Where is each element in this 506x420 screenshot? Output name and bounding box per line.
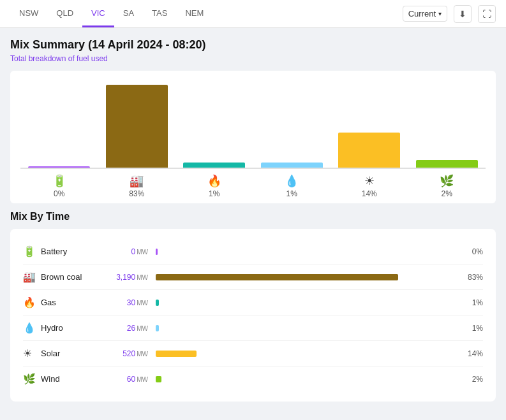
bar-solar: [338, 133, 400, 168]
current-label: Current: [408, 9, 436, 18]
mix-bar-brown-coal: [156, 274, 398, 280]
nav-tab-qld[interactable]: QLD: [47, 1, 82, 27]
mix-bar-container-hydro: [156, 323, 454, 333]
current-dropdown[interactable]: Current ▾: [403, 6, 447, 22]
mix-pct-solar: 14%: [454, 349, 483, 358]
bar-pct-brown-coal: 83%: [129, 189, 144, 198]
mix-label-battery: Battery: [41, 247, 105, 256]
mix-bar-container-battery: [156, 247, 454, 257]
subtitle-prefix: Total breakdown of: [10, 54, 77, 63]
mix-bar-container-brown-coal: [156, 272, 454, 282]
mix-row-battery: 🔋Battery0MW0%: [23, 239, 483, 264]
mix-label-wind: Wind: [41, 374, 105, 384]
bar-icon-brown-coal: 🏭: [130, 174, 144, 188]
mix-bar-solar: [156, 351, 197, 357]
bar-pct-battery: 0%: [54, 189, 64, 198]
bar-col-gas: [175, 163, 253, 168]
mix-pct-hydro: 1%: [454, 324, 483, 333]
bar-pct-gas: 1%: [209, 189, 220, 198]
mix-bar-container-wind: [156, 374, 454, 384]
subtitle: Total breakdown of fuel used: [10, 54, 496, 63]
bar-col-solar: [331, 133, 408, 168]
nav-tab-nem[interactable]: NEM: [176, 1, 212, 27]
bar-label-hydro: 💧1%: [253, 174, 331, 198]
mix-pct-gas: 1%: [454, 298, 483, 307]
bar-pct-hydro: 1%: [286, 189, 297, 198]
mix-icon-gas: 🔥: [23, 296, 41, 308]
bar-gas: [183, 163, 245, 168]
nav-tab-tas[interactable]: TAS: [143, 1, 176, 27]
mix-label-hydro: Hydro: [41, 323, 105, 333]
bar-icon-solar: ☀: [364, 174, 375, 188]
download-icon: ⬇: [459, 9, 466, 19]
top-nav: NSWQLDVICSATASNEM Current ▾ ⬇ ⛶: [0, 0, 506, 28]
bar-pct-wind: 2%: [442, 189, 452, 198]
mix-mw-solar: 520MW: [105, 349, 156, 358]
bar-label-gas: 🔥1%: [175, 174, 253, 198]
nav-tab-vic[interactable]: VIC: [82, 1, 114, 27]
mix-label-brown-coal: Brown coal: [41, 272, 105, 282]
expand-button[interactable]: ⛶: [478, 5, 496, 23]
mix-bar-container-solar: [156, 349, 454, 359]
mix-mw-battery: 0MW: [105, 247, 156, 256]
bar-labels: 🔋0%🏭83%🔥1%💧1%☀14%🌿2%: [20, 168, 486, 203]
mix-mw-gas: 30MW: [105, 298, 156, 307]
bar-wind: [416, 160, 478, 168]
bar-col-battery: [20, 166, 98, 168]
nav-tab-nsw[interactable]: NSW: [10, 1, 47, 27]
bar-chart-area: 🔋0%🏭83%🔥1%💧1%☀14%🌿2%: [10, 71, 496, 203]
mix-mw-wind: 60MW: [105, 375, 156, 384]
expand-icon: ⛶: [482, 9, 491, 19]
bar-col-wind: [408, 160, 486, 168]
mix-label-solar: Solar: [41, 349, 105, 358]
bar-pct-solar: 14%: [362, 189, 377, 198]
mix-bar-container-gas: [156, 298, 454, 308]
mix-pct-wind: 2%: [454, 375, 483, 384]
mix-card: 🔋Battery0MW0%🏭Brown coal3,190MW83%🔥Gas30…: [10, 229, 496, 402]
nav-tabs: NSWQLDVICSATASNEM: [10, 1, 212, 27]
mix-icon-solar: ☀: [23, 347, 41, 359]
bar-icon-battery: 🔋: [52, 174, 66, 188]
main-content: Mix Summary (14 April 2024 - 08:20) Tota…: [0, 28, 506, 412]
bar-label-solar: ☀14%: [331, 174, 408, 198]
mix-bar-gas: [156, 300, 159, 306]
mix-bar-wind: [156, 376, 161, 382]
chevron-down-icon: ▾: [438, 10, 442, 17]
bar-icon-gas: 🔥: [207, 174, 221, 188]
mix-pct-battery: 0%: [454, 247, 483, 256]
mix-row-hydro: 💧Hydro26MW1%: [23, 315, 483, 341]
mix-row-gas: 🔥Gas30MW1%: [23, 290, 483, 315]
mix-icon-brown-coal: 🏭: [23, 271, 41, 283]
section-title: Mix By Time: [10, 211, 496, 222]
mix-mw-brown-coal: 3,190MW: [105, 273, 156, 282]
mix-bar-battery: [156, 249, 158, 255]
mix-row-solar: ☀Solar520MW14%: [23, 341, 483, 366]
mix-label-gas: Gas: [41, 298, 105, 307]
mix-row-wind: 🌿Wind60MW2%: [23, 366, 483, 391]
nav-tab-sa[interactable]: SA: [114, 1, 143, 27]
bar-col-hydro: [253, 163, 331, 168]
mix-row-brown-coal: 🏭Brown coal3,190MW83%: [23, 264, 483, 290]
bar-col-brown-coal: [98, 85, 176, 168]
page-title: Mix Summary (14 April 2024 - 08:20): [10, 38, 496, 52]
bar-icon-hydro: 💧: [285, 174, 299, 188]
bar-chart: [20, 78, 486, 168]
bar-label-battery: 🔋0%: [20, 174, 98, 198]
bar-label-wind: 🌿2%: [408, 174, 486, 198]
bar-icon-wind: 🌿: [440, 174, 454, 188]
page: NSWQLDVICSATASNEM Current ▾ ⬇ ⛶ Mix Summ…: [0, 0, 506, 412]
mix-icon-hydro: 💧: [23, 322, 41, 334]
mix-pct-brown-coal: 83%: [454, 273, 483, 282]
mix-icon-battery: 🔋: [23, 245, 41, 257]
download-button[interactable]: ⬇: [454, 5, 472, 23]
bar-label-brown-coal: 🏭83%: [98, 174, 176, 198]
mix-mw-hydro: 26MW: [105, 324, 156, 333]
bar-battery: [28, 166, 90, 168]
bar-brown-coal: [106, 85, 168, 168]
mix-icon-wind: 🌿: [23, 373, 41, 385]
nav-right: Current ▾ ⬇ ⛶: [403, 5, 496, 23]
mix-bar-hydro: [156, 325, 159, 331]
fuel-used-link[interactable]: fuel used: [77, 54, 108, 63]
bar-hydro: [261, 163, 323, 168]
